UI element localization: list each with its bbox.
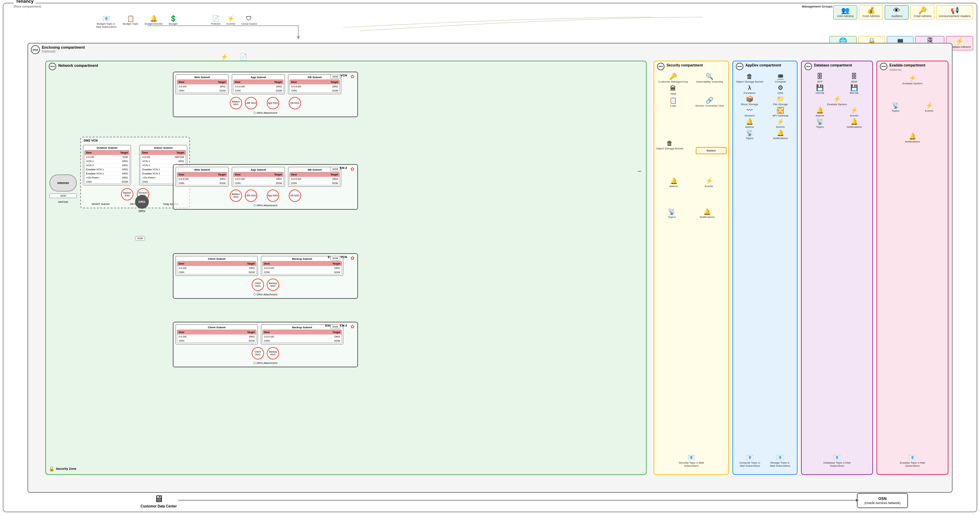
exadata-compartment: OOA Exadata compartment (Optional) ⚡ Exa…: [877, 61, 948, 475]
sgw-exvcn: SGW: [330, 256, 340, 260]
outdoor-subnet-label: Outdoor Subnet: [84, 146, 130, 149]
exadata-notifications: 🔔 Notifications: [879, 133, 946, 143]
network-label: Network compartment: [58, 63, 98, 68]
sgw-right: SGW: [135, 236, 145, 241]
cred-label: Cred Admins: [913, 14, 932, 18]
bastion-nsg-vcn1: Bastion NSG: [230, 97, 242, 109]
appdev-comp-label: AppDev compartment: [745, 63, 781, 67]
db-nsg-vcn1: DB NSG: [289, 97, 301, 109]
security-zone: 🔒 Security Zone: [49, 466, 76, 472]
events-item: ⚡ Events: [227, 16, 235, 25]
app-nsg-vcn1: App NSG: [267, 97, 279, 109]
admin-card-iam[interactable]: 👥 IAM Admins: [833, 5, 857, 19]
admin-card-announce[interactable]: 📢 Announcement readers: [936, 5, 973, 19]
drg-label: DRG: [135, 195, 149, 209]
cred-icon: 🔑: [913, 7, 932, 14]
top-items-row: 📧 Budget Topic e-Mail Subscribers 📋 Budg…: [96, 16, 257, 29]
exadata-topics-events: 📡 Topics ⚡ Events: [879, 103, 946, 113]
appdev-email-subs: 📧 Compute Topic e-Mail Subscribers 📧 Sto…: [735, 454, 795, 467]
vcn1-box: VCN ✿ Web Subnet DestTarget 0.0.0/0DRG O…: [173, 71, 358, 117]
iam-label: IAM Admins: [836, 14, 855, 18]
sec-topics: 📡 Topics: [668, 209, 676, 219]
network-compartment: OOA Network compartment Internet SGW NAT…: [45, 61, 647, 475]
admin-card-cred[interactable]: 🔑 Cred Admins: [910, 5, 934, 19]
announce-label: Announcement readers: [939, 14, 971, 18]
sgw-box: SGW: [49, 193, 77, 198]
tenancy-box: Tenancy (Root compartment) Management Gr…: [3, 3, 977, 512]
admin-card-cost[interactable]: 💰 Cost Admins: [859, 5, 883, 19]
admin-groups-row1: 👥 IAM Admins 💰 Cost Admins 👁 Auditors 🔑 …: [833, 5, 973, 19]
admin-card-auditors[interactable]: 👁 Auditors: [885, 5, 909, 19]
exvcn-nsgs: Client NSG Backup NSG: [175, 279, 355, 291]
drg-attach-exvcn2: ⬡ DRG Attachment: [175, 361, 355, 364]
security-alarms-events: 🔔 Alarms ⚡ Events: [656, 178, 727, 188]
ood-badge-network: OOA: [49, 63, 56, 70]
auditors-icon: 👁: [887, 7, 906, 14]
appdev-compartment: OOA AppDev compartment 🗑Object Storage B…: [732, 61, 797, 475]
enclosing-label: Enclosing compartment: [42, 45, 85, 49]
vcn1-security-icon: ✿: [350, 74, 355, 79]
budget-events-item: 🔔 Budget Events: [145, 16, 162, 25]
database-compartment: OOA Database compartment 🗄ATP 🗄ADW 💾VM D…: [801, 61, 873, 475]
client-subnet-exvcn: Client Subnet DestTarget 0.0.0/0DRG OSNS…: [175, 256, 258, 276]
exvcn2-nsgs: Client NSG Backup NSG: [175, 347, 355, 360]
budget-item: 💲 Budget: [169, 16, 177, 25]
auditors-label: Auditors: [887, 14, 906, 18]
internet-cloud: Internet: [49, 174, 77, 192]
exadata-email-subs: 📧 Exadata Topic e-Mail Subscribers: [877, 454, 948, 467]
exadata-system-icon: ⚡ Exadata System: [879, 75, 946, 85]
osn-label: OSN(Oracle Services Network): [864, 496, 900, 505]
sgw-vcn1: SGW: [330, 74, 340, 79]
service-connector-hub: 🔗 Service Connector Hub: [692, 97, 727, 107]
web-subnet-vcn1: Web Subnet DestTarget 0.0.0/0DRG OSNSGW: [175, 74, 229, 94]
sgw-vcn2: SGW: [330, 167, 340, 171]
vcn1-nsgs: Bastion NSG LBR NSG App NSG DB NSG: [175, 97, 355, 109]
web-subnet-vcn2: Web Subnet DestTarget 0.0.0.0/0DRG OSNSG…: [175, 167, 229, 187]
cost-icon: 💰: [861, 7, 881, 14]
client-subnet-exvcn2: Client Subnet DestTarget 0.0.0/0DRG OSNS…: [175, 325, 258, 344]
drg-attach-exvcn: ⬡ DRG Attachment: [175, 293, 355, 296]
drg-icon: DRG: [135, 195, 149, 209]
bastion-nsg-dmz: Bastion NSG: [121, 188, 134, 200]
exadata-comp-sublabel: (Optional): [889, 68, 902, 71]
tenancy-title: Tenancy: [14, 0, 36, 4]
enclosing-compartment: Enclosing compartment (Optional) OOA ⚡ E…: [27, 43, 953, 493]
sec-alarms: 🔔 Alarms: [669, 178, 678, 188]
cdc-label: Customer Data Center: [141, 504, 177, 508]
logs: 📋 Logs: [656, 97, 690, 107]
mgmt-groups-label: Management Groups: [802, 5, 832, 8]
vault: 🏛 Vault: [656, 85, 690, 95]
bastion-security: Bastion: [696, 147, 727, 154]
web-rt-vcn1: DestTarget 0.0.0/0DRG OSNSGW: [177, 79, 228, 93]
outdoor-subnet: Outdoor Subnet DestTarget 0.0.0/0IGW VCN…: [83, 145, 131, 185]
drg-text: DRG: [135, 209, 149, 213]
budget-email-item: 📧 Budget Topic e-Mail Subscribers: [96, 16, 116, 29]
sgw-exvcn2: SGW: [330, 325, 340, 329]
ood-badge-appdev: OOA: [736, 63, 743, 70]
cdc-icon: 🖥: [154, 493, 164, 504]
cloud-guard-item: 🛡 Cloud Guard: [242, 16, 257, 25]
outdoor-rt: DestTarget 0.0.0/0IGW VCN 1DRG VCN 2DRG …: [84, 150, 130, 184]
app-subnet-vcn1: App Subnet DestTarget 0.0.0.0/0DRG OSNSG…: [232, 74, 285, 94]
sec-topic-email: 📧 Security Topic e-Mail Subscribers: [656, 454, 727, 467]
db-email-subs: 📧 Database Topic e-Mail Subscribers: [802, 454, 872, 467]
announce-icon: 📢: [939, 7, 971, 14]
vulnerability-scanning: 🔍 Vulnerability Scanning: [692, 73, 727, 83]
exadata-comp-label: Exadata compartment: [889, 63, 925, 67]
vcn1-label: VCN: [340, 74, 347, 77]
customer-data-center: 🖥 Customer Data Center: [141, 493, 177, 508]
budget-topic-item: 📋 Budget Topic: [123, 16, 138, 25]
policies-item: 📄 Policies: [211, 16, 221, 25]
appdev-grid: 🗑Object Storage Bucket 💻Compute λFunctio…: [735, 73, 795, 140]
osn-area: OSN(Oracle Services Network): [857, 493, 908, 508]
page-wrapper: Tenancy (Root compartment) Management Gr…: [0, 0, 980, 515]
vcn2-nsgs: Bastion NSG LBR NSG App NSG DB NSG: [175, 190, 355, 202]
indoor-subnet-label: Indoor Subnet: [141, 146, 186, 149]
db-rt-vcn1: DestTarget 0.0.0.0/0DRG OSNSGW: [290, 79, 340, 93]
security-items-grid: 🔑 Customer Managed Key 🔍 Vulnerability S…: [656, 73, 727, 107]
security-comp-label: Security compartment: [667, 63, 703, 67]
security-topics-notif: 📡 Topics 🔔 Notifications: [656, 209, 727, 219]
customer-managed-key: 🔑 Customer Managed Key: [656, 73, 690, 83]
ood-badge-database: OOA: [805, 63, 812, 70]
drg-area: DRG DRG: [135, 195, 149, 213]
